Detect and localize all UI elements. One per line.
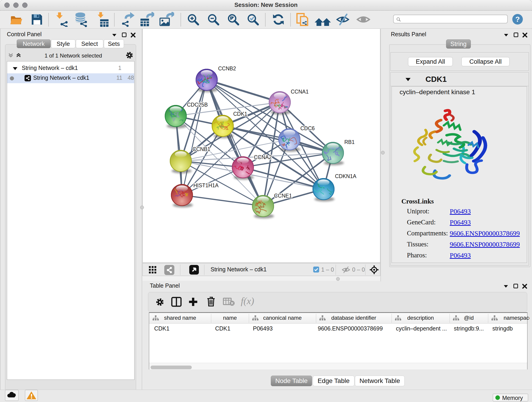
svg-text:CDK1: CDK1 [233,111,247,117]
svg-text:CCNB1: CCNB1 [192,146,210,152]
svg-text:CDC6: CDC6 [300,125,315,131]
svg-text:CCNE1: CCNE1 [274,193,292,199]
svg-text:CCNA1: CCNA1 [291,89,309,95]
svg-text:CCNB2: CCNB2 [218,65,236,71]
svg-text:CCNA2: CCNA2 [254,154,272,160]
svg-text:CDKN1A: CDKN1A [335,173,356,179]
svg-text:HIST1H1A: HIST1H1A [193,182,219,188]
svg-text:CDC25B: CDC25B [187,102,208,108]
svg-text:RB1: RB1 [344,139,355,145]
